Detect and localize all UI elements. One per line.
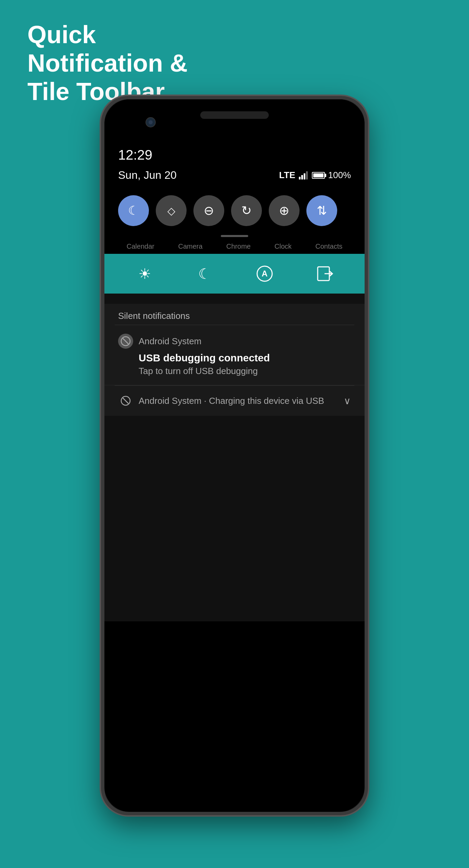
brightness-icon: ☀ [138,265,151,282]
app-chrome: Chrome [226,243,251,250]
front-camera [145,117,156,127]
app-camera: Camera [178,243,202,250]
status-icons: LTE 100% [279,170,351,181]
notif-icon-1 [118,334,133,349]
app-icons-row: Calendar Camera Chrome Clock Contacts [104,239,365,254]
notif-icon-2 [118,393,133,408]
notif-title-1: USB debugging connected [118,352,351,364]
sync-icon: ↻ [241,203,252,218]
bottom-area [104,416,365,621]
tile-do-not-disturb[interactable]: ☾ [118,195,149,226]
page-title: Quick Notification & Tile Toolbar [27,21,233,106]
phone-top-bar [104,99,365,140]
phone-screen: 12:29 Sun, Jun 20 LTE 100 [104,99,365,812]
notif-app-name-1: Android System [139,336,202,347]
arrows-icon: ⇅ [317,203,327,218]
signal-bars-icon [299,171,308,180]
speaker-grille [200,111,269,119]
exit-icon [316,265,333,282]
svg-rect-0 [299,177,301,179]
app-contacts: Contacts [315,243,342,250]
svg-text:A: A [262,269,267,278]
svg-rect-1 [301,175,303,179]
silent-notifications-label: Silent notifications [104,304,365,325]
date-display: Sun, Jun 20 [118,169,177,182]
svg-rect-3 [306,171,308,179]
battery-percent: 100% [328,170,351,181]
expand-arrow-icon[interactable]: ∨ [344,395,351,407]
lte-label: LTE [279,170,295,181]
svg-rect-2 [304,173,305,179]
toolbar-brightness-btn[interactable]: ☀ [131,260,159,287]
app-clock: Clock [275,243,292,250]
auto-brightness-icon: A [256,265,273,282]
app-calendar: Calendar [127,243,154,250]
notification-header-1: Android System [118,334,351,349]
status-row: Sun, Jun 20 LTE 100% [118,166,351,188]
notification-usb-debug[interactable]: Android System USB debugging connected T… [104,325,365,385]
toolbar-panel: ☀ ☾ A [104,254,365,294]
battery-plus-icon: ⊕ [279,203,289,218]
notif-collapsed-text: Android System · Charging this device vi… [139,396,338,406]
notifications-panel: Silent notifications Android System USB … [104,304,365,416]
status-bar: 12:29 Sun, Jun 20 LTE 100 [104,140,365,188]
battery-icon [312,172,325,179]
toolbar-auto-brightness-btn[interactable]: A [251,260,278,287]
phone-frame: 12:29 Sun, Jun 20 LTE 100 [101,96,368,815]
svg-line-11 [123,398,128,404]
tile-data-toggle[interactable]: ⇅ [306,195,337,226]
crescent-icon: ☾ [128,203,139,218]
minus-circle-icon: ⊖ [204,203,214,218]
notification-usb-charge[interactable]: Android System · Charging this device vi… [104,386,365,416]
toolbar-exit-btn[interactable] [311,260,338,287]
wifi-icon: ◇ [167,205,175,217]
tile-sync[interactable]: ↻ [231,195,262,226]
svg-line-9 [123,338,128,344]
toolbar-night-mode-btn[interactable]: ☾ [191,260,218,287]
time-display: 12:29 [118,140,351,166]
night-icon: ☾ [198,265,211,282]
notifications-area [104,294,365,304]
tile-dnd[interactable]: ⊖ [193,195,224,226]
tile-battery-saver[interactable]: ⊕ [269,195,300,226]
tile-wifi[interactable]: ◇ [156,195,187,226]
quick-tiles-row: ☾ ◇ ⊖ ↻ ⊕ ⇅ [104,188,365,233]
tile-separator [104,233,365,239]
notif-subtitle-1: Tap to turn off USB debugging [118,366,351,376]
